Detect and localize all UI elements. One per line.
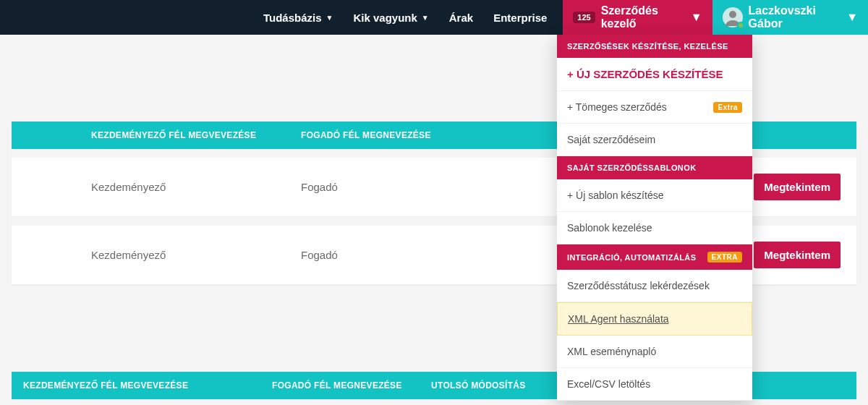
nav-label: Árak: [449, 12, 473, 24]
contract-count-badge: 125: [573, 12, 595, 23]
dropdown-item-label: Saját szerződéseim: [567, 134, 655, 145]
dropdown-item-label: Szerződésstátusz lekérdezések: [567, 280, 710, 291]
dropdown-item-xml-agent[interactable]: XML Agent használata: [557, 302, 752, 336]
table2-header-receiver: FOGADÓ FÉL MEGNEVEZÉSE: [272, 380, 431, 391]
table-header-initiator: KEZDEMÉNYEZŐ FÉL MEGVEVEZÉSE: [12, 130, 301, 140]
dropdown-item-label: + Tömeges szerződés: [567, 101, 667, 113]
dropdown-item-excel-csv[interactable]: Excel/CSV letöltés: [557, 368, 752, 401]
presence-dot-icon: [737, 22, 744, 29]
nav-label: Szerződés kezelő: [601, 4, 685, 30]
table2-header-initiator: KEZDEMÉNYEZŐ FÉL MEGVEVEZÉSE: [12, 380, 272, 391]
nav-label: Kik vagyunk: [353, 12, 417, 24]
contract-manager-dropdown: SZERZŐSÉSEK KÉSZÍTÉSE, KEZELÉSE + ÚJ SZE…: [557, 35, 752, 401]
nav-label: Enterprise: [493, 12, 547, 24]
dropdown-item-label: Excel/CSV letöltés: [567, 378, 650, 390]
dropdown-section-header: SZERZŐSÉSEK KÉSZÍTÉSE, KEZELÉSE: [557, 35, 752, 58]
nav-user-menu[interactable]: Laczkovszki Gábor ▼: [712, 0, 868, 35]
dropdown-section-title: INTEGRÁCIÓ, AUTOMATIZÁLÁS: [567, 253, 696, 262]
dropdown-item-bulk-contract[interactable]: + Tömeges szerződés Extra: [557, 91, 752, 124]
avatar: [723, 7, 743, 27]
dropdown-item-label: Sablonok kezelése: [567, 222, 652, 234]
cell-initiator: Kezdeményező: [12, 181, 301, 193]
nav-enterprise[interactable]: Enterprise: [483, 0, 557, 35]
caret-down-icon: ▼: [422, 14, 429, 22]
cell-initiator: Kezdeményező: [12, 249, 301, 261]
dropdown-item-my-contracts[interactable]: Saját szerződéseim: [557, 124, 752, 156]
dropdown-item-label: + ÚJ SZERZŐDÉS KÉSZÍTÉSE: [567, 68, 723, 80]
view-button[interactable]: Megtekintem: [754, 242, 841, 268]
dropdown-section-header: SAJÁT SZERZŐDÉSSABLONOK: [557, 156, 752, 179]
view-button[interactable]: Megtekintem: [754, 174, 841, 200]
svg-point-0: [729, 11, 736, 18]
nav-about[interactable]: Kik vagyunk ▼: [343, 0, 438, 35]
dropdown-item-new-contract[interactable]: + ÚJ SZERZŐDÉS KÉSZÍTÉSE: [557, 58, 752, 91]
dropdown-item-xml-log[interactable]: XML eseménynapló: [557, 336, 752, 368]
extra-badge: EXTRA: [707, 252, 742, 263]
dropdown-item-label: XML Agent használata: [568, 313, 669, 325]
extra-badge: Extra: [713, 102, 742, 113]
nav-pricing[interactable]: Árak: [439, 0, 483, 35]
top-navbar: Tudásbázis ▼ Kik vagyunk ▼ Árak Enterpri…: [0, 0, 868, 35]
nav-contract-manager[interactable]: 125 Szerződés kezelő ▼: [563, 0, 712, 35]
dropdown-item-status-queries[interactable]: Szerződésstátusz lekérdezések: [557, 270, 752, 302]
dropdown-section-header: INTEGRÁCIÓ, AUTOMATIZÁLÁS EXTRA: [557, 244, 752, 270]
caret-down-icon: ▼: [846, 11, 858, 24]
caret-down-icon: ▼: [691, 11, 702, 24]
dropdown-section-title: SZERZŐSÉSEK KÉSZÍTÉSE, KEZELÉSE: [567, 42, 728, 51]
caret-down-icon: ▼: [326, 14, 333, 22]
nav-knowledgebase[interactable]: Tudásbázis ▼: [253, 0, 343, 35]
nav-label: Tudásbázis: [263, 12, 322, 24]
user-name: Laczkovszki Gábor: [749, 4, 841, 30]
dropdown-item-new-template[interactable]: + Új sablon készítése: [557, 179, 752, 212]
dropdown-item-label: XML eseménynapló: [567, 346, 656, 357]
dropdown-item-label: + Új sablon készítése: [567, 189, 663, 201]
dropdown-item-manage-templates[interactable]: Sablonok kezelése: [557, 212, 752, 244]
dropdown-section-title: SAJÁT SZERZŐDÉSSABLONOK: [567, 163, 697, 172]
